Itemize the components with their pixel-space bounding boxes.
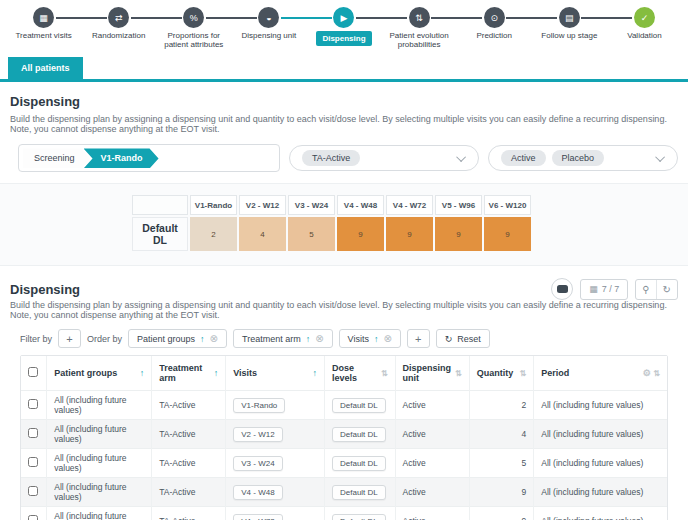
matrix-col-header: V1-Rando: [190, 195, 237, 215]
treatment-arm-select[interactable]: TA-Active: [289, 145, 479, 171]
step-connector: [56, 17, 107, 19]
remove-icon[interactable]: ⊗: [383, 333, 391, 344]
dispensing-unit-select[interactable]: Active Placebo: [488, 145, 678, 171]
tab-all-patients[interactable]: All patients: [8, 57, 83, 79]
select-all-checkbox[interactable]: [28, 367, 38, 377]
matrix-cell[interactable]: 9: [386, 217, 433, 251]
step-prediction[interactable]: ⊙ Prediction: [457, 7, 532, 49]
row-checkbox[interactable]: [28, 399, 38, 409]
cell-patient-groups: All (including future values): [47, 391, 152, 420]
sort-asc-icon[interactable]: ↑: [200, 334, 205, 344]
order-chip-patient-groups[interactable]: Patient groups ↑ ⊗: [128, 329, 227, 348]
matrix-cell[interactable]: 9: [337, 217, 384, 251]
matrix-cell[interactable]: 2: [190, 217, 237, 251]
step-follow-up[interactable]: ▤ Follow up stage: [532, 7, 607, 49]
cell-quantity: 9: [469, 478, 534, 507]
hint-button[interactable]: ⚲: [636, 280, 655, 299]
table-toolbar: ▦ 7 / 7 ⚲ ↻: [551, 278, 678, 300]
step-dispensing[interactable]: ▶ Dispensing: [306, 7, 381, 49]
step-label: Prediction: [476, 31, 512, 40]
step-validation[interactable]: ✓ Validation: [607, 7, 682, 49]
header-quantity[interactable]: Quantity⇅: [469, 356, 534, 391]
dispense-icon: ▶: [333, 7, 354, 28]
step-proportions[interactable]: % Proportions for patient attributes: [156, 7, 231, 49]
step-icon-glyph: ▶: [341, 13, 348, 23]
cell-period: All (including future values): [534, 391, 667, 420]
dose-level-chip[interactable]: Default DL: [332, 514, 386, 520]
step-icon-glyph: ⇄: [115, 13, 123, 23]
remove-icon[interactable]: ⊗: [210, 333, 218, 344]
dose-level-chip[interactable]: Default DL: [332, 485, 386, 500]
cell-dispensing-unit: Active: [395, 478, 469, 507]
matrix-cell[interactable]: 9: [435, 217, 482, 251]
header-dose-levels[interactable]: Dose levels⇅: [324, 356, 395, 391]
add-order-button[interactable]: +: [407, 329, 430, 348]
matrix-col-header: V4 - W48: [337, 195, 384, 215]
step-randomization[interactable]: ⇄ Randomization: [81, 7, 156, 49]
order-chip-visits[interactable]: Visits ↑ ⊗: [339, 329, 401, 348]
matrix-col-header: V6 - W120: [484, 195, 531, 215]
hint-icon: ⚲: [642, 284, 649, 295]
order-chip-treatment-arm[interactable]: Treatment arm ↑ ⊗: [233, 329, 333, 348]
reset-icon: ↻: [445, 334, 453, 344]
tag-ta-active: TA-Active: [302, 150, 360, 166]
dose-level-chip[interactable]: Default DL: [332, 427, 386, 442]
reset-button[interactable]: ↻ Reset: [436, 329, 490, 348]
sort-asc-icon[interactable]: ↑: [306, 334, 311, 344]
add-filter-button[interactable]: +: [58, 329, 81, 348]
table-row: All (including future values) TA-Active …: [21, 478, 667, 507]
visit-path-selector: Screening V1-Rando: [18, 144, 280, 172]
refresh-icon: ↻: [663, 284, 671, 295]
refresh-button[interactable]: ↻: [656, 280, 677, 299]
step-treatment-visits[interactable]: ▦ Treatment visits: [6, 7, 81, 49]
sort-icon: ⇅: [455, 369, 462, 378]
table-actions-group: ⚲ ↻: [635, 279, 678, 300]
matrix-cell[interactable]: 5: [288, 217, 335, 251]
header-label: Treatment arm: [159, 363, 210, 383]
tag-placebo: Placebo: [552, 150, 605, 166]
step-label: Dispensing unit: [242, 31, 297, 40]
header-period[interactable]: Period⚙ ⇅: [534, 356, 667, 391]
order-chip-label: Visits: [348, 334, 369, 344]
header-treatment-arm[interactable]: Treatment arm↑: [152, 356, 226, 391]
visit-path-item-v1-rando[interactable]: V1-Rando: [84, 148, 159, 168]
step-label: Validation: [627, 31, 662, 40]
evolution-icon: ⇅: [409, 7, 430, 28]
visit-chip[interactable]: V2 - W12: [233, 427, 282, 442]
step-connector: [506, 17, 557, 19]
visit-chip[interactable]: V4 - W48: [233, 485, 282, 500]
card-view-button[interactable]: [551, 278, 573, 300]
visit-chip[interactable]: V3 - W24: [233, 456, 282, 471]
order-chip-label: Treatment arm: [242, 334, 301, 344]
header-visits[interactable]: Visits↑: [226, 356, 325, 391]
dose-level-chip[interactable]: Default DL: [332, 456, 386, 471]
row-checkbox[interactable]: [28, 457, 38, 467]
step-patient-evolution[interactable]: ⇅ Patient evolution probabilities: [382, 7, 457, 49]
step-dispensing-unit[interactable]: ◒ Dispensing unit: [231, 7, 306, 49]
header-label: Visits: [233, 368, 257, 378]
header-dispensing-unit[interactable]: Dispensing unit⇅: [395, 356, 469, 391]
remove-icon[interactable]: ⊗: [315, 333, 323, 344]
columns-counter-value: 7 / 7: [602, 284, 620, 294]
header-label: Quantity: [477, 368, 514, 378]
dose-level-chip[interactable]: Default DL: [332, 398, 386, 413]
filter-bar: Filter by + Order by Patient groups ↑ ⊗ …: [0, 320, 688, 355]
table-row: All (including future values) TA-Active …: [21, 420, 667, 449]
cell-treatment-arm: TA-Active: [152, 420, 226, 449]
visit-chip[interactable]: V4 - W72: [233, 514, 282, 520]
columns-counter-button[interactable]: ▦ 7 / 7: [580, 279, 628, 300]
row-checkbox[interactable]: [28, 428, 38, 438]
matrix-cell[interactable]: 9: [484, 217, 531, 251]
sort-asc-icon[interactable]: ↑: [374, 334, 379, 344]
visit-path-item-screening[interactable]: Screening: [23, 148, 91, 168]
step-connector-active: [281, 17, 332, 19]
step-icon-glyph: ▦: [39, 13, 48, 23]
visit-chip[interactable]: V1-Rando: [233, 398, 285, 413]
gear-icon[interactable]: ⚙: [643, 368, 651, 378]
row-checkbox[interactable]: [28, 486, 38, 496]
matrix-cell[interactable]: 4: [239, 217, 286, 251]
matrix-col-header: V3 - W24: [288, 195, 335, 215]
header-patient-groups[interactable]: Patient groups↑: [47, 356, 152, 391]
cell-patient-groups: All (including future values): [47, 420, 152, 449]
row-checkbox[interactable]: [28, 515, 38, 520]
